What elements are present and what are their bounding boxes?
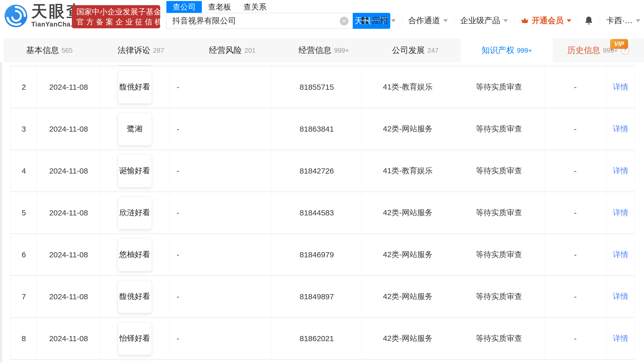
- certification-line2: 官方备案企业征信机构: [77, 17, 156, 27]
- chevron-down-icon: [391, 19, 396, 22]
- tianyancha-logo-icon: [4, 4, 28, 28]
- cell-index: 6: [11, 234, 37, 275]
- cell-status: 等待实质审查: [453, 108, 545, 150]
- cell-apply-date: 2024-11-08: [37, 66, 100, 108]
- tab-intellectual-property[interactable]: 知识产权 999+: [461, 39, 552, 62]
- nav-separator: [454, 16, 454, 25]
- nav-open-vip[interactable]: 开通会员: [520, 15, 571, 26]
- clear-search-icon[interactable]: ✕: [340, 17, 348, 25]
- nav-vip-label: 开通会员: [532, 15, 564, 26]
- nav-separator: [514, 16, 514, 25]
- cell-index: 2: [11, 66, 37, 108]
- cell-reg-number: 81842726: [271, 150, 362, 192]
- cell-apply-date: 2024-11-08: [37, 150, 100, 192]
- table-row: 2 2024-11-08 馥佻好看 - 81855715 41类-教育娱乐 等待…: [11, 66, 634, 108]
- tab-label: 基本信息: [26, 45, 59, 56]
- cell-reg-number: 81863841: [271, 108, 362, 150]
- tab-label: 历史信息: [567, 45, 600, 56]
- tab-count: 999+: [334, 47, 349, 55]
- nav-apps[interactable]: 应用: [360, 15, 396, 26]
- tab-company-development[interactable]: 公司发展 247: [370, 39, 461, 62]
- tab-operation-risk[interactable]: 经营风险 201: [187, 39, 278, 62]
- detail-link[interactable]: 详情: [613, 333, 628, 344]
- cell-extra: -: [545, 192, 606, 233]
- nav-partner-label: 合作通道: [408, 15, 440, 26]
- cell-intl-class: 41类-教育娱乐: [362, 150, 453, 192]
- trademark-image[interactable]: 怡铎好看: [118, 322, 152, 355]
- search-tab-relation[interactable]: 查关系: [237, 1, 273, 13]
- cell-mark-name: -: [169, 276, 271, 317]
- detail-link[interactable]: 详情: [613, 249, 628, 260]
- tab-label: 公司发展: [392, 45, 425, 56]
- certification-line1: 国家中小企业发展子基金旗下: [77, 7, 156, 17]
- cell-apply-date: 2024-11-08: [37, 234, 100, 275]
- nav-user-account[interactable]: 卡西·…: [606, 15, 640, 26]
- notification-bell-icon[interactable]: [584, 16, 594, 25]
- chevron-down-icon: [636, 19, 640, 22]
- search-tab-boss[interactable]: 查老板: [202, 1, 237, 13]
- vip-badge: VIP: [610, 39, 628, 49]
- trademark-image[interactable]: 欣涟好看: [118, 196, 152, 229]
- cell-reg-number: 81846979: [271, 234, 362, 275]
- cell-intl-class: 42类-网站服务: [362, 192, 453, 233]
- detail-link[interactable]: 详情: [613, 291, 628, 302]
- trademark-image[interactable]: 馥佻好看: [118, 280, 152, 313]
- cell-extra: -: [545, 150, 606, 192]
- search-tabs: 查公司 查老板 查关系: [166, 1, 390, 13]
- search-tab-company[interactable]: 查公司: [166, 1, 202, 13]
- trademark-image[interactable]: 悠柚好看: [118, 238, 152, 271]
- cell-status: 等待实质审查: [453, 150, 545, 192]
- detail-link[interactable]: 详情: [613, 207, 628, 218]
- cell-apply-date: 2024-11-08: [37, 192, 100, 233]
- cell-status: 等待实质审查: [453, 276, 545, 317]
- cell-mark-name: -: [169, 66, 271, 108]
- nav-enterprise-label: 企业级产品: [460, 15, 500, 26]
- cell-intl-class: 41类-教育娱乐: [362, 66, 453, 108]
- chevron-down-icon: [443, 19, 448, 22]
- trademark-image[interactable]: 馥佻好看: [118, 71, 152, 104]
- nav-enterprise-products[interactable]: 企业级产品: [460, 15, 508, 26]
- cell-extra: -: [545, 66, 606, 108]
- crown-icon: [520, 16, 529, 25]
- search-input[interactable]: [167, 13, 353, 29]
- tab-history-info[interactable]: VIP 历史信息 999+ ?: [553, 39, 644, 62]
- cell-reg-number: 81844583: [271, 192, 362, 233]
- cell-index: 8: [11, 318, 37, 359]
- trademark-table: 2 2024-11-08 馥佻好看 - 81855715 41类-教育娱乐 等待…: [10, 62, 635, 363]
- tab-label: 法律诉讼: [118, 45, 150, 56]
- cell-mark-name: -: [169, 108, 271, 150]
- page-edge-strip: [0, 62, 2, 363]
- trademark-image[interactable]: 鹭湘: [118, 113, 152, 146]
- cell-reg-number: 81849897: [271, 276, 362, 317]
- table-row: 8 2024-11-08 怡铎好看 - 81862021 42类-网站服务 等待…: [11, 318, 634, 360]
- cell-status: 等待实质审查: [453, 318, 545, 359]
- trademark-image[interactable]: 诞愉好看: [118, 155, 152, 187]
- search-area: 查公司 查老板 查关系 ✕ 天眼一下: [166, 1, 390, 29]
- cell-status: 等待实质审查: [453, 192, 545, 233]
- tab-count: 201: [244, 47, 255, 55]
- table-row: 4 2024-11-08 诞愉好看 - 81842726 41类-教育娱乐 等待…: [11, 150, 634, 192]
- detail-link[interactable]: 详情: [613, 166, 628, 176]
- nav-separator: [402, 16, 402, 25]
- tab-legal-proceedings[interactable]: 法律诉讼 287: [95, 39, 186, 62]
- detail-link[interactable]: 详情: [613, 124, 628, 134]
- search-box: ✕ 天眼一下: [166, 13, 390, 29]
- cell-extra: -: [545, 108, 606, 150]
- tab-count: 565: [61, 47, 72, 55]
- tab-business-info[interactable]: 经营信息 999+: [278, 39, 370, 62]
- table-row: 6 2024-11-08 悠柚好看 - 81846979 42类-网站服务 等待…: [11, 234, 634, 276]
- chevron-down-icon: [567, 19, 571, 22]
- cell-mark-name: -: [169, 192, 271, 233]
- cell-apply-date: 2024-11-08: [37, 276, 100, 317]
- tab-basic-info[interactable]: 基本信息 565: [4, 39, 95, 62]
- cell-apply-date: 2024-11-08: [37, 318, 100, 359]
- cell-index: 3: [11, 108, 37, 150]
- table-row-partial-top: [11, 62, 634, 66]
- table-row: 7 2024-11-08 馥佻好看 - 81849897 42类-网站服务 等待…: [11, 276, 634, 318]
- username: 卡西·…: [606, 15, 633, 26]
- cell-mark-name: -: [169, 234, 271, 275]
- cell-intl-class: 42类-网站服务: [362, 108, 453, 150]
- detail-link[interactable]: 详情: [613, 82, 628, 92]
- cell-status: 等待实质审查: [453, 234, 545, 275]
- nav-partner-channel[interactable]: 合作通道: [408, 15, 448, 26]
